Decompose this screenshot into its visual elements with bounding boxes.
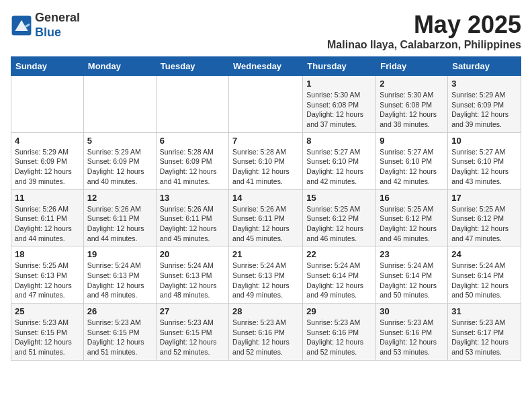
day-number: 12 bbox=[87, 193, 152, 203]
day-number: 13 bbox=[160, 193, 225, 203]
calendar-cell: 18Sunrise: 5:25 AM Sunset: 6:13 PM Dayli… bbox=[11, 246, 84, 304]
calendar-cell: 11Sunrise: 5:26 AM Sunset: 6:11 PM Dayli… bbox=[11, 189, 84, 246]
calendar-cell: 8Sunrise: 5:27 AM Sunset: 6:10 PM Daylig… bbox=[303, 132, 376, 189]
day-number: 26 bbox=[87, 306, 152, 316]
calendar-week-row: 11Sunrise: 5:26 AM Sunset: 6:11 PM Dayli… bbox=[11, 189, 521, 246]
header-cell-wednesday: Wednesday bbox=[229, 57, 303, 76]
day-number: 28 bbox=[232, 306, 299, 316]
logo-general-text: General bbox=[35, 11, 80, 26]
calendar-cell: 16Sunrise: 5:25 AM Sunset: 6:12 PM Dayli… bbox=[376, 189, 448, 246]
day-info: Sunrise: 5:24 AM Sunset: 6:13 PM Dayligh… bbox=[87, 261, 152, 300]
day-number: 6 bbox=[160, 136, 225, 146]
calendar-week-row: 4Sunrise: 5:29 AM Sunset: 6:09 PM Daylig… bbox=[11, 132, 521, 189]
header-cell-tuesday: Tuesday bbox=[156, 57, 228, 76]
day-info: Sunrise: 5:24 AM Sunset: 6:14 PM Dayligh… bbox=[306, 261, 372, 300]
day-info: Sunrise: 5:23 AM Sunset: 6:16 PM Dayligh… bbox=[306, 318, 372, 357]
calendar-header-row: SundayMondayTuesdayWednesdayThursdayFrid… bbox=[11, 57, 521, 76]
day-number: 14 bbox=[232, 193, 299, 203]
day-info: Sunrise: 5:23 AM Sunset: 6:17 PM Dayligh… bbox=[451, 318, 517, 357]
calendar-cell: 29Sunrise: 5:23 AM Sunset: 6:16 PM Dayli… bbox=[303, 304, 376, 361]
day-info: Sunrise: 5:27 AM Sunset: 6:10 PM Dayligh… bbox=[451, 147, 517, 187]
calendar-cell: 7Sunrise: 5:28 AM Sunset: 6:10 PM Daylig… bbox=[229, 132, 303, 189]
logo-icon bbox=[11, 15, 32, 36]
day-info: Sunrise: 5:26 AM Sunset: 6:11 PM Dayligh… bbox=[232, 204, 299, 244]
day-number: 3 bbox=[451, 79, 517, 89]
day-info: Sunrise: 5:24 AM Sunset: 6:13 PM Dayligh… bbox=[160, 261, 225, 300]
day-number: 20 bbox=[160, 249, 225, 259]
logo-text: General Blue bbox=[35, 11, 80, 40]
calendar-week-row: 25Sunrise: 5:23 AM Sunset: 6:15 PM Dayli… bbox=[11, 304, 521, 361]
calendar-cell: 20Sunrise: 5:24 AM Sunset: 6:13 PM Dayli… bbox=[156, 246, 228, 304]
calendar-cell: 30Sunrise: 5:23 AM Sunset: 6:16 PM Dayli… bbox=[376, 304, 448, 361]
calendar-cell: 27Sunrise: 5:23 AM Sunset: 6:15 PM Dayli… bbox=[156, 304, 228, 361]
calendar-cell: 1Sunrise: 5:30 AM Sunset: 6:08 PM Daylig… bbox=[303, 76, 376, 133]
calendar-cell: 10Sunrise: 5:27 AM Sunset: 6:10 PM Dayli… bbox=[448, 132, 521, 189]
day-number: 8 bbox=[306, 136, 372, 146]
header-cell-saturday: Saturday bbox=[448, 57, 521, 76]
calendar-cell: 13Sunrise: 5:26 AM Sunset: 6:11 PM Dayli… bbox=[156, 189, 228, 246]
day-info: Sunrise: 5:25 AM Sunset: 6:12 PM Dayligh… bbox=[380, 204, 444, 244]
calendar-cell: 15Sunrise: 5:25 AM Sunset: 6:12 PM Dayli… bbox=[303, 189, 376, 246]
calendar-cell: 23Sunrise: 5:24 AM Sunset: 6:14 PM Dayli… bbox=[376, 246, 448, 304]
header: General Blue May 2025 Malinao Ilaya, Cal… bbox=[11, 11, 521, 51]
calendar-body: 1Sunrise: 5:30 AM Sunset: 6:08 PM Daylig… bbox=[11, 76, 521, 361]
day-info: Sunrise: 5:27 AM Sunset: 6:10 PM Dayligh… bbox=[306, 147, 372, 187]
calendar-cell: 12Sunrise: 5:26 AM Sunset: 6:11 PM Dayli… bbox=[83, 189, 156, 246]
day-number: 15 bbox=[306, 193, 372, 203]
calendar-cell: 21Sunrise: 5:24 AM Sunset: 6:13 PM Dayli… bbox=[229, 246, 303, 304]
logo: General Blue bbox=[11, 11, 80, 40]
day-number: 11 bbox=[15, 193, 80, 203]
day-info: Sunrise: 5:27 AM Sunset: 6:10 PM Dayligh… bbox=[380, 147, 444, 187]
day-number: 9 bbox=[380, 136, 444, 146]
day-number: 5 bbox=[87, 136, 152, 146]
day-number: 31 bbox=[451, 306, 517, 316]
calendar-cell bbox=[83, 76, 156, 133]
day-info: Sunrise: 5:26 AM Sunset: 6:11 PM Dayligh… bbox=[87, 204, 152, 244]
calendar-cell bbox=[11, 76, 84, 133]
calendar-cell: 26Sunrise: 5:23 AM Sunset: 6:15 PM Dayli… bbox=[83, 304, 156, 361]
header-cell-thursday: Thursday bbox=[303, 57, 376, 76]
calendar-cell: 4Sunrise: 5:29 AM Sunset: 6:09 PM Daylig… bbox=[11, 132, 84, 189]
day-info: Sunrise: 5:24 AM Sunset: 6:14 PM Dayligh… bbox=[380, 261, 444, 300]
calendar-cell: 5Sunrise: 5:29 AM Sunset: 6:09 PM Daylig… bbox=[83, 132, 156, 189]
day-number: 21 bbox=[232, 249, 299, 259]
day-info: Sunrise: 5:24 AM Sunset: 6:13 PM Dayligh… bbox=[232, 261, 299, 300]
location-title: Malinao Ilaya, Calabarzon, Philippines bbox=[327, 39, 521, 51]
calendar-cell: 17Sunrise: 5:25 AM Sunset: 6:12 PM Dayli… bbox=[448, 189, 521, 246]
day-info: Sunrise: 5:25 AM Sunset: 6:12 PM Dayligh… bbox=[306, 204, 372, 244]
day-number: 19 bbox=[87, 249, 152, 259]
calendar-week-row: 18Sunrise: 5:25 AM Sunset: 6:13 PM Dayli… bbox=[11, 246, 521, 304]
day-info: Sunrise: 5:23 AM Sunset: 6:16 PM Dayligh… bbox=[232, 318, 299, 357]
calendar-cell: 24Sunrise: 5:24 AM Sunset: 6:14 PM Dayli… bbox=[448, 246, 521, 304]
day-info: Sunrise: 5:26 AM Sunset: 6:11 PM Dayligh… bbox=[15, 204, 80, 244]
calendar-cell bbox=[156, 76, 228, 133]
day-number: 18 bbox=[15, 249, 80, 259]
day-info: Sunrise: 5:30 AM Sunset: 6:08 PM Dayligh… bbox=[380, 90, 444, 130]
day-number: 24 bbox=[451, 249, 517, 259]
day-info: Sunrise: 5:23 AM Sunset: 6:15 PM Dayligh… bbox=[160, 318, 225, 357]
day-number: 10 bbox=[451, 136, 517, 146]
header-cell-friday: Friday bbox=[376, 57, 448, 76]
day-info: Sunrise: 5:23 AM Sunset: 6:16 PM Dayligh… bbox=[380, 318, 444, 357]
day-number: 17 bbox=[451, 193, 517, 203]
day-number: 29 bbox=[306, 306, 372, 316]
day-number: 16 bbox=[380, 193, 444, 203]
calendar-table: SundayMondayTuesdayWednesdayThursdayFrid… bbox=[11, 56, 521, 361]
day-info: Sunrise: 5:25 AM Sunset: 6:12 PM Dayligh… bbox=[451, 204, 517, 244]
calendar-cell: 22Sunrise: 5:24 AM Sunset: 6:14 PM Dayli… bbox=[303, 246, 376, 304]
calendar-cell: 31Sunrise: 5:23 AM Sunset: 6:17 PM Dayli… bbox=[448, 304, 521, 361]
day-number: 25 bbox=[15, 306, 80, 316]
logo-blue-text: Blue bbox=[35, 26, 80, 40]
day-info: Sunrise: 5:28 AM Sunset: 6:10 PM Dayligh… bbox=[232, 147, 299, 187]
day-info: Sunrise: 5:30 AM Sunset: 6:08 PM Dayligh… bbox=[306, 90, 372, 130]
day-number: 27 bbox=[160, 306, 225, 316]
day-number: 2 bbox=[380, 79, 444, 89]
day-number: 30 bbox=[380, 306, 444, 316]
calendar-cell: 19Sunrise: 5:24 AM Sunset: 6:13 PM Dayli… bbox=[83, 246, 156, 304]
day-info: Sunrise: 5:26 AM Sunset: 6:11 PM Dayligh… bbox=[160, 204, 225, 244]
day-info: Sunrise: 5:29 AM Sunset: 6:09 PM Dayligh… bbox=[15, 147, 80, 187]
day-info: Sunrise: 5:24 AM Sunset: 6:14 PM Dayligh… bbox=[451, 261, 517, 300]
calendar-cell: 14Sunrise: 5:26 AM Sunset: 6:11 PM Dayli… bbox=[229, 189, 303, 246]
calendar-cell: 3Sunrise: 5:29 AM Sunset: 6:09 PM Daylig… bbox=[448, 76, 521, 133]
day-number: 1 bbox=[306, 79, 372, 89]
